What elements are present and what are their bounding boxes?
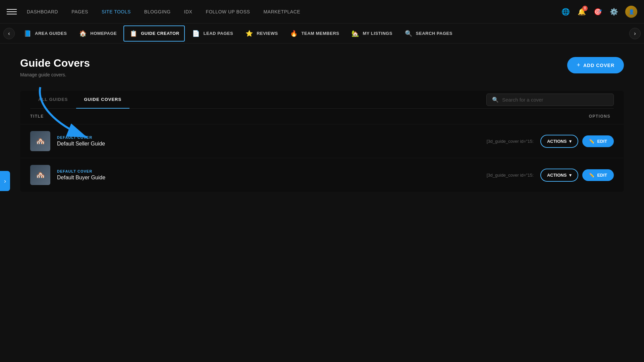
- row-info-1: DEFAULT COVER Default Seller Guide: [57, 135, 487, 147]
- sub-nav-search-pages[interactable]: 🔍 SEARCH PAGES: [399, 26, 457, 41]
- edit-icon-1: ✏️: [589, 139, 594, 144]
- sub-nav-team-members-label: TEAM MEMBERS: [302, 31, 339, 36]
- row-name-2: Default Buyer Guide: [57, 175, 487, 181]
- row-shortcode-2: [3d_guide_cover id="15:: [487, 173, 534, 178]
- main-content: Guide Covers Manage guide covers. + ADD …: [0, 44, 644, 362]
- sub-nav-area-guides[interactable]: 📘 AREA GUIDES: [18, 26, 71, 41]
- row-actions-2: ACTIONS ▾ ✏️ EDIT: [540, 169, 614, 182]
- chevron-down-icon-1: ▾: [569, 139, 572, 144]
- row-name-1: Default Seller Guide: [57, 141, 487, 147]
- homepage-icon: 🏠: [78, 29, 88, 38]
- guide-creator-icon: 📋: [129, 29, 138, 38]
- avatar-image: 👤: [625, 6, 637, 18]
- tab-guide-covers[interactable]: GUIDE COVERS: [76, 91, 130, 109]
- notifications-icon[interactable]: 🔔 8: [577, 7, 586, 16]
- chevron-right-icon: ›: [4, 178, 6, 185]
- row-actions-1: ACTIONS ▾ ✏️ EDIT: [540, 135, 614, 148]
- plus-icon: +: [577, 62, 581, 69]
- column-options: OPTIONS: [589, 114, 610, 119]
- sub-nav-items: 📘 AREA GUIDES 🏠 HOMEPAGE 📋 GUIDE CREATOR…: [18, 25, 626, 42]
- settings-icon[interactable]: ⚙️: [609, 7, 619, 16]
- page-header-text: Guide Covers Manage guide covers.: [20, 57, 90, 77]
- nav-right: 🌐 🔔 8 🎯 ⚙️ 👤: [561, 6, 637, 18]
- sidebar-toggle[interactable]: ›: [0, 171, 10, 191]
- nav-pages[interactable]: PAGES: [71, 9, 88, 14]
- row-thumbnail-1: 🏘️: [30, 131, 50, 151]
- actions-button-1[interactable]: ACTIONS ▾: [540, 135, 579, 148]
- search-icon: 🔍: [492, 97, 499, 103]
- globe-icon[interactable]: 🌐: [561, 7, 570, 16]
- actions-label-1: ACTIONS: [547, 139, 567, 144]
- edit-label-2: EDIT: [597, 173, 607, 178]
- table-row: 🏘️ DEFAULT COVER Default Seller Guide [3…: [20, 124, 624, 158]
- top-nav: DASHBOARD PAGES SITE TOOLS BLOGGING IDX …: [0, 0, 644, 23]
- row-badge-1: DEFAULT COVER: [57, 135, 487, 139]
- chevron-down-icon-2: ▾: [569, 173, 572, 178]
- page-title: Guide Covers: [20, 57, 90, 69]
- column-title: TITLE: [30, 114, 589, 119]
- team-members-icon: 🔥: [289, 29, 299, 38]
- edit-label-1: EDIT: [597, 139, 607, 144]
- edit-button-1[interactable]: ✏️ EDIT: [582, 135, 614, 147]
- sub-nav-lead-pages[interactable]: 📄 LEAD PAGES: [187, 26, 238, 41]
- notification-badge: 8: [582, 6, 588, 11]
- thumbnail-img-2: 🏘️: [30, 165, 50, 185]
- sub-nav-next[interactable]: ›: [629, 28, 641, 39]
- tab-all-guides[interactable]: ALL GUIDES: [30, 91, 76, 109]
- nav-blogging[interactable]: BLOGGING: [144, 9, 171, 14]
- my-listings-icon: 🏡: [351, 29, 360, 38]
- help-icon[interactable]: 🎯: [593, 7, 602, 16]
- tabs-row: ALL GUIDES GUIDE COVERS 🔍: [30, 91, 614, 109]
- sub-nav-homepage-label: HOMEPAGE: [90, 31, 117, 36]
- actions-button-2[interactable]: ACTIONS ▾: [540, 169, 579, 182]
- row-badge-2: DEFAULT COVER: [57, 169, 487, 173]
- tabs-container: ALL GUIDES GUIDE COVERS 🔍: [20, 91, 624, 109]
- nav-idx[interactable]: IDX: [184, 9, 193, 14]
- page-header: Guide Covers Manage guide covers. + ADD …: [20, 57, 624, 77]
- edit-button-2[interactable]: ✏️ EDIT: [582, 169, 614, 181]
- sub-nav-my-listings-label: MY LISTINGS: [363, 31, 392, 36]
- tabs: ALL GUIDES GUIDE COVERS: [30, 91, 129, 108]
- sub-nav-my-listings[interactable]: 🏡 MY LISTINGS: [346, 26, 397, 41]
- hamburger-menu[interactable]: [7, 7, 17, 16]
- sub-nav-team-members[interactable]: 🔥 TEAM MEMBERS: [285, 26, 344, 41]
- sub-nav: ‹ 📘 AREA GUIDES 🏠 HOMEPAGE 📋 GUIDE CREAT…: [0, 23, 644, 44]
- actions-label-2: ACTIONS: [547, 173, 567, 178]
- sub-nav-reviews[interactable]: ⭐ REVIEWS: [240, 26, 282, 41]
- sub-nav-guide-creator-label: GUIDE CREATOR: [141, 31, 179, 36]
- table-container: TITLE OPTIONS 🏘️ DEFAULT COVER Default S…: [20, 109, 624, 192]
- area-guides-icon: 📘: [23, 29, 32, 38]
- sub-nav-search-pages-label: SEARCH PAGES: [416, 31, 452, 36]
- add-cover-button[interactable]: + ADD COVER: [567, 57, 624, 73]
- thumbnail-img-1: 🏘️: [30, 131, 50, 151]
- sub-nav-reviews-label: REVIEWS: [257, 31, 278, 36]
- row-thumbnail-2: 🏘️: [30, 165, 50, 185]
- table-header: TITLE OPTIONS: [20, 109, 624, 124]
- lead-pages-icon: 📄: [192, 29, 201, 38]
- search-box[interactable]: 🔍: [486, 94, 614, 106]
- nav-dashboard[interactable]: DASHBOARD: [27, 9, 58, 14]
- sub-nav-guide-creator[interactable]: 📋 GUIDE CREATOR: [123, 25, 184, 42]
- sub-nav-homepage[interactable]: 🏠 HOMEPAGE: [73, 26, 121, 41]
- reviews-icon: ⭐: [245, 29, 254, 38]
- edit-icon-2: ✏️: [589, 173, 594, 178]
- table-row: 🏘️ DEFAULT COVER Default Buyer Guide [3d…: [20, 158, 624, 192]
- nav-site-tools[interactable]: SITE TOOLS: [102, 9, 131, 14]
- sub-nav-area-guides-label: AREA GUIDES: [35, 31, 67, 36]
- nav-marketplace[interactable]: MARKETPLACE: [263, 9, 300, 14]
- row-shortcode-1: [3d_guide_cover id="15:: [487, 139, 534, 144]
- row-info-2: DEFAULT COVER Default Buyer Guide: [57, 169, 487, 181]
- nav-follow-up-boss[interactable]: FOLLOW UP BOSS: [206, 9, 250, 14]
- user-avatar[interactable]: 👤: [625, 6, 637, 18]
- search-pages-icon: 🔍: [404, 29, 413, 38]
- nav-links: DASHBOARD PAGES SITE TOOLS BLOGGING IDX …: [27, 9, 561, 14]
- add-cover-label: ADD COVER: [583, 63, 614, 68]
- page-subtitle: Manage guide covers.: [20, 72, 90, 77]
- search-input[interactable]: [502, 97, 608, 103]
- sub-nav-lead-pages-label: LEAD PAGES: [204, 31, 233, 36]
- sub-nav-prev[interactable]: ‹: [3, 28, 15, 39]
